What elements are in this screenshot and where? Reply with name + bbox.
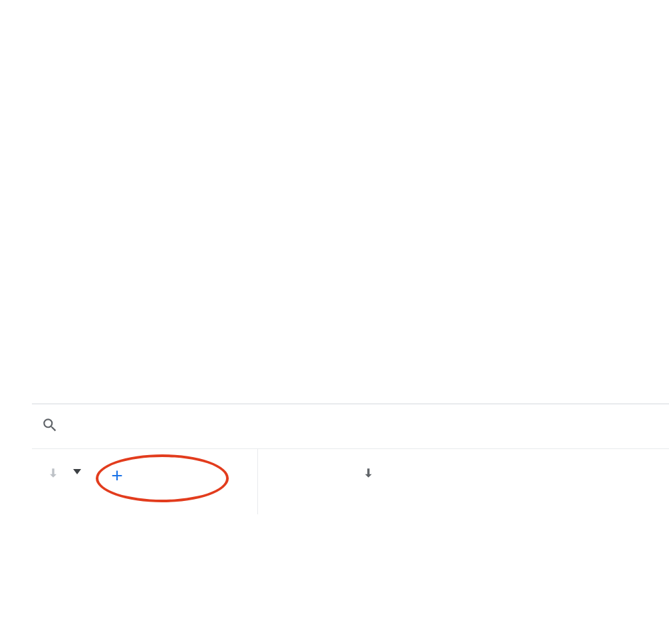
search-row[interactable] [32,404,669,449]
sort-desc-icon [362,466,375,480]
search-input[interactable] [73,417,669,436]
add-dimension-button[interactable]: + [105,464,129,488]
sort-desc-icon [47,466,60,480]
search-icon [41,416,59,436]
column-header-new-users[interactable] [395,449,532,490]
table-header: + [32,449,669,514]
column-header-engaged-sessions[interactable] [532,449,669,490]
line-chart[interactable] [32,32,669,378]
chart-legend [32,378,669,403]
caret-down-icon [73,469,81,474]
column-header-users[interactable] [258,449,395,506]
dimension-selector[interactable] [47,464,81,480]
